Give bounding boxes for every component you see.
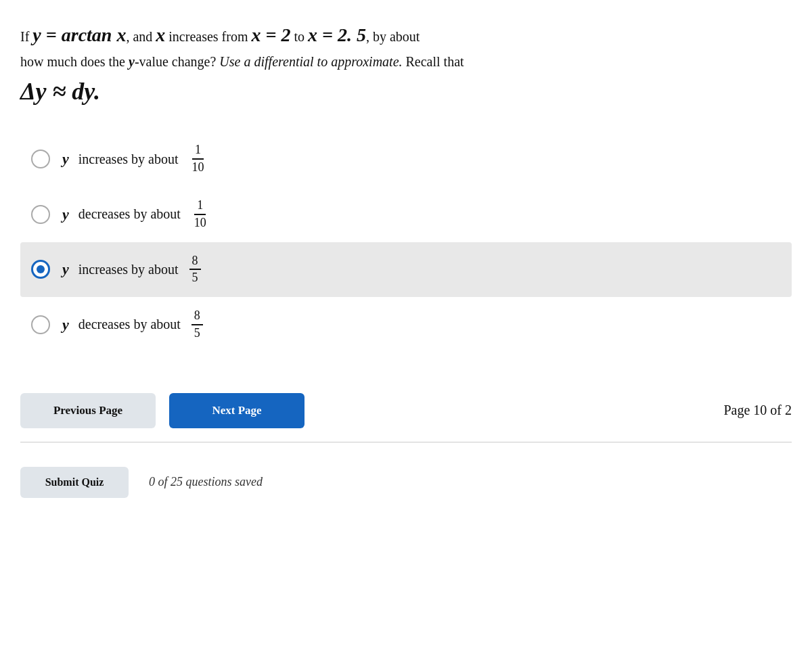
radio-1[interactable] [31, 150, 50, 168]
x-eq1: x = 2 [251, 24, 290, 45]
denominator-1: 10 [189, 160, 207, 175]
prev-page-button[interactable]: Previous Page [20, 393, 156, 428]
numerator-4: 8 [191, 309, 203, 325]
saved-text: 0 of 25 questions saved [149, 475, 263, 489]
option-item-3[interactable]: y increases by about 8 5 [20, 242, 792, 298]
to-text: to [290, 29, 308, 44]
question-text: If y = arctan x, and x increases from x … [20, 20, 792, 111]
page-container: If y = arctan x, and x increases from x … [0, 0, 812, 498]
fraction-1: 1 10 [189, 143, 207, 175]
radio-3[interactable] [31, 260, 50, 279]
x-eq2: x = 2. 5 [308, 24, 366, 45]
option-text-3: increases by about [78, 262, 179, 277]
denominator-4: 5 [191, 325, 203, 340]
line2: how much does the [20, 54, 129, 69]
comma-and: , and [126, 29, 156, 44]
option-label-2: y decreases by about 1 10 [62, 199, 209, 230]
equals-sign: = [41, 24, 62, 45]
question-intro: If [20, 29, 32, 44]
option-text-1: increases by about [78, 152, 179, 167]
numerator-1: 1 [192, 143, 204, 160]
option-y-3: y [62, 260, 69, 278]
submit-quiz-button[interactable]: Submit Quiz [20, 467, 129, 498]
options-list: y increases by about 1 10 y decreases by… [20, 131, 792, 352]
option-text-4: decreases by about [78, 317, 181, 332]
option-y-4: y [62, 316, 69, 334]
by-about: , by about [366, 29, 420, 44]
denominator-3: 5 [189, 270, 201, 285]
option-y-1: y [62, 150, 69, 168]
option-label-3: y increases by about 8 5 [62, 254, 201, 286]
option-label-4: y decreases by about 8 5 [62, 309, 203, 340]
option-item-4[interactable]: y decreases by about 8 5 [20, 297, 792, 352]
delta-equation: Δy ≈ dy. [20, 78, 100, 105]
y-var: y [32, 24, 41, 45]
option-item-2[interactable]: y decreases by about 1 10 [20, 187, 792, 242]
fraction-2: 1 10 [191, 199, 209, 230]
option-y-2: y [62, 206, 69, 223]
bottom-divider [20, 442, 792, 442]
x-var: x [156, 24, 165, 45]
numerator-2: 1 [194, 199, 206, 215]
increases-from: increases from [165, 29, 251, 44]
footer-area: Submit Quiz 0 of 25 questions saved [20, 456, 792, 498]
option-text-2: decreases by about [78, 206, 181, 222]
value-text: -value change? Use a differential to app… [135, 54, 464, 69]
func: arctan x [62, 24, 127, 45]
denominator-2: 10 [191, 215, 209, 230]
radio-2[interactable] [31, 205, 50, 224]
fraction-3: 8 5 [189, 254, 201, 286]
navigation-area: Previous Page Next Page Page 10 of 2 [20, 380, 792, 442]
numerator-3: 8 [189, 254, 201, 271]
page-indicator: Page 10 of 2 [723, 403, 792, 418]
radio-4[interactable] [31, 315, 50, 334]
y-value-label: y [129, 54, 135, 69]
option-label-1: y increases by about 1 10 [62, 143, 207, 175]
next-page-button[interactable]: Next Page [169, 393, 304, 428]
option-item-1[interactable]: y increases by about 1 10 [20, 131, 792, 187]
fraction-4: 8 5 [191, 309, 203, 340]
